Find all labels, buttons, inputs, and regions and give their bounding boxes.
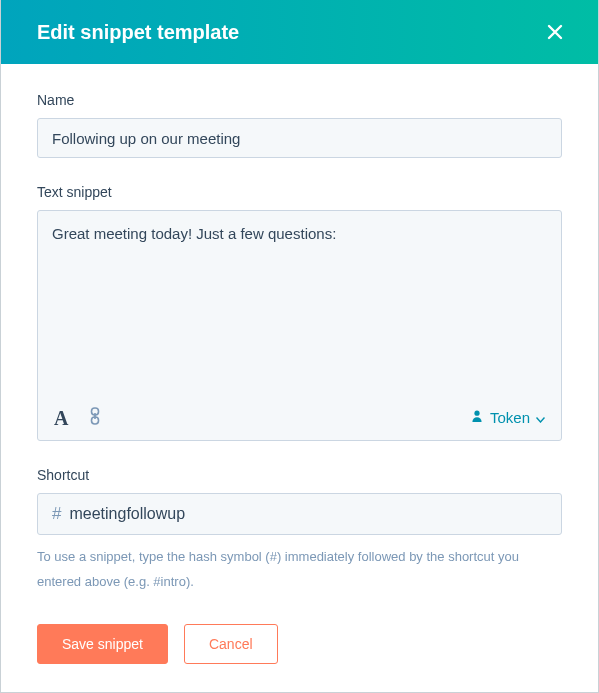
close-icon (546, 23, 564, 41)
text-format-button[interactable]: A (52, 406, 70, 430)
token-label: Token (490, 409, 530, 426)
modal-body: Name Text snippet Great meeting today! J… (1, 64, 598, 688)
close-button[interactable] (540, 17, 570, 47)
cancel-button[interactable]: Cancel (184, 624, 278, 664)
shortcut-label: Shortcut (37, 467, 562, 483)
link-icon (88, 407, 102, 428)
name-label: Name (37, 92, 562, 108)
editor-toolbar: A (38, 399, 561, 440)
link-button[interactable] (86, 405, 104, 430)
name-field: Name (37, 92, 562, 158)
snippet-label: Text snippet (37, 184, 562, 200)
toolbar-left: A (52, 405, 104, 430)
save-button[interactable]: Save snippet (37, 624, 168, 664)
hash-icon: # (52, 504, 61, 524)
modal-header: Edit snippet template (1, 0, 598, 64)
caret-down-icon (536, 409, 545, 426)
modal-title: Edit snippet template (37, 21, 239, 44)
person-icon (470, 409, 484, 426)
shortcut-input[interactable] (69, 494, 547, 534)
svg-point-3 (474, 411, 479, 416)
name-input[interactable] (37, 118, 562, 158)
shortcut-field: Shortcut # To use a snippet, type the ha… (37, 467, 562, 594)
shortcut-input-wrapper[interactable]: # (37, 493, 562, 535)
snippet-field: Text snippet Great meeting today! Just a… (37, 184, 562, 441)
text-format-icon: A (54, 408, 68, 428)
modal-actions: Save snippet Cancel (37, 624, 562, 664)
toolbar-right: Token (468, 407, 547, 428)
snippet-textarea[interactable]: Great meeting today! Just a few question… (38, 211, 561, 399)
snippet-editor: Great meeting today! Just a few question… (37, 210, 562, 441)
token-button[interactable]: Token (468, 407, 547, 428)
shortcut-help-text: To use a snippet, type the hash symbol (… (37, 545, 562, 594)
